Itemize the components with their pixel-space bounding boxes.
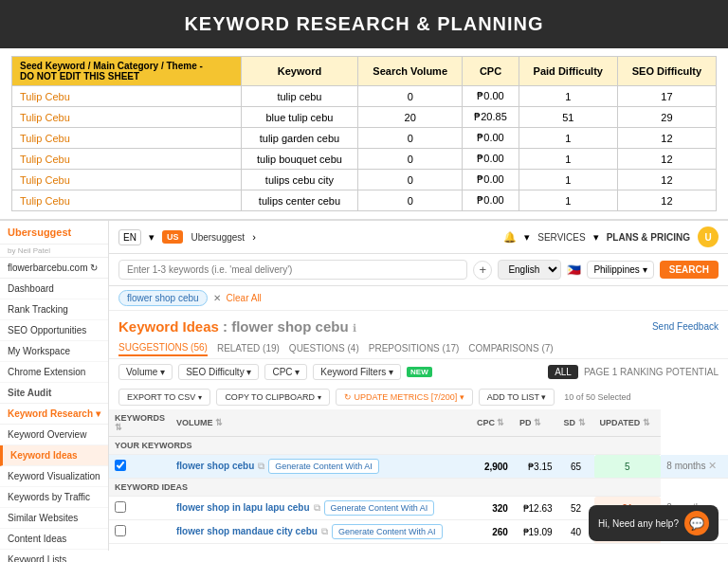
chevron-down-icon: ▾ <box>149 231 155 244</box>
refresh-icon[interactable]: ↻ <box>90 263 98 273</box>
plans-btn[interactable]: PLANS & PRICING <box>607 232 690 243</box>
chat-icon[interactable]: 💬 <box>684 511 709 535</box>
sidebar-nav-item[interactable]: Rank Tracking <box>0 299 108 320</box>
chevron-down-icon4: ▾ <box>643 264 647 275</box>
copy-icon[interactable]: ⧉ <box>314 502 320 513</box>
sidebar-subnav-item[interactable]: Keyword Overview <box>0 425 108 445</box>
volume-cell: 2,900 <box>471 455 514 479</box>
clear-all-btn[interactable]: Clear All <box>227 293 262 303</box>
add-to-list-btn[interactable]: ADD TO LIST ▾ <box>479 389 555 406</box>
sidebar-subnav-item[interactable]: Similar Websites <box>0 508 108 529</box>
refresh-icon2: ↻ <box>344 392 352 402</box>
site-audit-header[interactable]: Site Audit <box>0 383 108 404</box>
chevron-down-icon7: ▾ <box>460 392 464 402</box>
pd-cell: 65 <box>558 455 594 479</box>
filter-tag-close-icon[interactable]: ✕ <box>213 293 221 303</box>
copy-icon[interactable]: ⧉ <box>321 526 328 536</box>
services-btn[interactable]: SERVICES <box>537 232 585 243</box>
site-name: flowerbarcebu.com <box>8 263 87 273</box>
country-dropdown[interactable]: Philippines ▾ <box>587 261 653 279</box>
logo-sub: by Neil Patel <box>0 245 108 258</box>
send-feedback-link[interactable]: Send Feedback <box>652 321 719 332</box>
keyword-lists[interactable]: Keyword Lists <box>0 550 108 562</box>
generate-content-btn[interactable]: Generate Content With AI <box>268 459 379 474</box>
keyword-cell: flower shop cebu <box>176 461 254 471</box>
search-input[interactable] <box>118 260 467 280</box>
chevron-down-icon8: ▾ <box>541 392 546 402</box>
row-checkbox[interactable] <box>115 460 126 471</box>
site-indicator[interactable]: flowerbarcebu.com ↻ <box>0 258 108 279</box>
chevron-down-icon2: ▾ <box>524 231 530 244</box>
close-icon[interactable]: ✕ <box>705 460 717 471</box>
copy-clipboard-btn[interactable]: COPY TO CLIPBOARD ▾ <box>216 389 330 406</box>
updated-cell: 8 months ✕ <box>661 455 728 479</box>
sidebar-nav-item[interactable]: Dashboard <box>0 279 108 299</box>
keyword-cell: flower shop in lapu lapu cebu <box>176 502 310 513</box>
kw-subnav: Keyword OverviewKeyword IdeasKeyword Vis… <box>0 425 108 550</box>
sidebar-nav-item[interactable]: Chrome Extension <box>0 362 108 383</box>
table-row: flower shop cebu⧉Generate Content With A… <box>109 455 728 479</box>
chat-message: Hi, Need any help? <box>598 518 679 529</box>
sidebar-subnav-item[interactable]: Keyword Ideas <box>0 445 108 466</box>
tab-item[interactable]: PREPOSITIONS (17) <box>369 341 460 355</box>
sidebar-subnav-item[interactable]: Content Ideas <box>0 529 108 550</box>
user-avatar[interactable]: U <box>698 227 719 247</box>
table-row: Tulip Cebutulip bouquet cebu0₱0.00112 <box>12 149 717 170</box>
section-header-row: KEYWORD IDEAS <box>109 479 728 497</box>
kw-research-header[interactable]: Keyword Research ▾ <box>0 404 108 425</box>
filter-pill[interactable]: CPC ▾ <box>264 364 307 380</box>
selected-count: 10 of 50 Selected <box>564 392 630 402</box>
sidebar-subnav-item[interactable]: Keyword Visualization <box>0 466 108 487</box>
export-csv-btn[interactable]: EXPORT TO CSV ▾ <box>118 389 210 406</box>
page-header: KEYWORD RESEARCH & PLANNING <box>0 0 728 48</box>
col-header: UPDATED ⇅ <box>594 409 662 437</box>
tab-item[interactable]: COMPARISONS (7) <box>468 341 553 355</box>
col-header: PD ⇅ <box>514 409 558 437</box>
filters-row2: Volume ▾SEO Difficulty ▾CPC ▾Keyword Fil… <box>109 359 728 385</box>
lang-select[interactable]: EN <box>118 229 141 245</box>
copy-icon[interactable]: ⧉ <box>258 461 264 471</box>
tab-item[interactable]: QUESTIONS (4) <box>289 341 359 355</box>
add-keyword-btn[interactable]: + <box>473 261 492 280</box>
col-volume: Search Volume <box>358 57 463 86</box>
sidebar: Ubersuggest by Neil Patel flowerbarcebu.… <box>0 221 109 551</box>
sidebar-nav-item[interactable]: My Workspace <box>0 341 108 362</box>
volume-cell: 260 <box>471 520 514 544</box>
row-checkbox[interactable] <box>115 525 126 536</box>
col-seo-diff: SEO Difficulty <box>617 57 716 86</box>
row-checkbox[interactable] <box>115 501 126 513</box>
filter-pill[interactable]: SEO Difficulty ▾ <box>178 364 259 380</box>
col-keyword: Keyword <box>241 57 357 86</box>
generate-content-btn[interactable]: Generate Content With AI <box>332 524 443 539</box>
sidebar-nav: DashboardRank TrackingSEO OpportunitiesM… <box>0 279 108 383</box>
cpc-cell: ₱19.09 <box>514 520 558 544</box>
language-select[interactable]: English <box>498 260 561 280</box>
update-metrics-btn[interactable]: ↻ UPDATE METRICS [7/200] ▾ <box>336 389 473 406</box>
chevron-down-icon3: ▾ <box>593 231 599 244</box>
search-bar-row: + English 🇵🇭 Philippines ▾ SEARCH <box>109 254 728 286</box>
top-table-section: Seed Keyword / Main Category / Theme -DO… <box>0 48 728 219</box>
chevron-down-icon5: ▾ <box>198 393 202 402</box>
filter-pill[interactable]: Volume ▾ <box>118 364 173 380</box>
generate-content-btn[interactable]: Generate Content With AI <box>324 500 435 516</box>
col-header: KEYWORDS ⇅ <box>109 409 171 437</box>
info-icon: ℹ <box>353 322 356 334</box>
filter-pill[interactable]: Keyword Filters ▾ <box>313 364 401 380</box>
cpc-cell: ₱3.15 <box>514 455 558 479</box>
ubersuggest-section: Ubersuggest by Neil Patel flowerbarcebu.… <box>0 219 728 551</box>
search-button[interactable]: SEARCH <box>660 261 719 279</box>
tab-item[interactable]: RELATED (19) <box>217 341 280 355</box>
col-header: SD ⇅ <box>558 409 594 437</box>
sidebar-nav-item[interactable]: SEO Opportunities <box>0 320 108 341</box>
bell-icon[interactable]: 🔔 <box>503 231 517 244</box>
tab-item[interactable]: SUGGESTIONS (56) <box>118 340 208 356</box>
all-btn[interactable]: ALL <box>548 365 578 379</box>
col-cpc: CPC <box>463 57 519 86</box>
ki-heading: Keyword Ideas : flower shop cebu ℹ <box>118 318 356 335</box>
chat-bubble[interactable]: Hi, Need any help? 💬 <box>589 505 719 541</box>
sidebar-subnav-item[interactable]: Keywords by Traffic <box>0 487 108 508</box>
table-row: Tulip Cebutulip cebu0₱0.00117 <box>12 86 717 107</box>
us-badge: US <box>162 230 184 244</box>
ubersuggest-breadcrumb: Ubersuggest <box>191 232 245 243</box>
filter-tag[interactable]: flower shop cebu <box>118 290 208 306</box>
